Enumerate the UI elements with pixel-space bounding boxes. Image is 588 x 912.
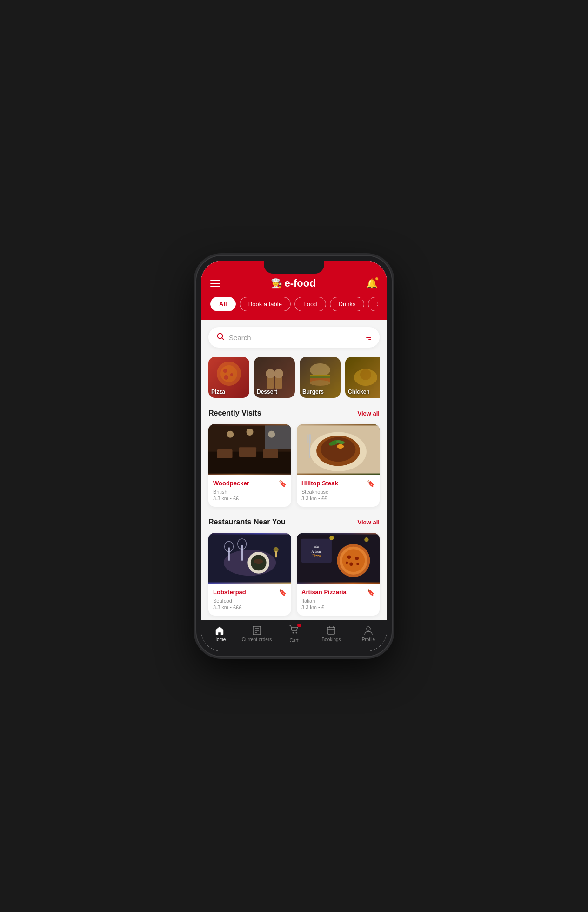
nearby-view-all[interactable]: View all [358,519,380,526]
svg-point-62 [356,563,359,565]
card-artisan-cuisine: Italian [301,598,375,604]
card-lobsterpad-info: Lobsterpad 🔖 Seafood 3.3 km • £££ [208,584,291,616]
nav-orders-label: Current orders [242,637,272,642]
svg-point-76 [367,627,370,630]
nav-home-label: Home [214,637,226,642]
svg-point-60 [355,557,359,560]
svg-point-3 [220,365,237,382]
tab-snacks[interactable]: Snacks [368,297,378,311]
svg-rect-23 [217,449,233,458]
card-lobsterpad-name: Lobsterpad [213,589,246,596]
card-hilltop[interactable]: Hilltop Steak 🔖 Steakhouse 3.3 km • ££ [297,424,380,507]
card-hilltop-name: Hilltop Steak [301,480,338,487]
bookmark-artisan-icon[interactable]: 🔖 [367,589,375,596]
card-woodpecker-info: Woodpecker 🔖 British 3.3 km • ££ [208,475,291,507]
orders-icon [252,625,262,636]
nav-home[interactable]: Home [201,625,238,642]
card-lobsterpad-cuisine: Seafood [213,598,287,604]
tab-drinks[interactable]: Drinks [330,297,365,311]
food-cat-chicken[interactable]: Chicken [345,357,380,398]
food-cat-pizza-label: Pizza [211,389,225,395]
svg-point-11 [310,363,330,376]
nav-bookings-label: Bookings [321,637,341,642]
svg-text:ntu: ntu [314,544,319,549]
filter-icon[interactable] [364,335,371,340]
svg-point-63 [346,562,348,564]
svg-rect-24 [239,447,256,457]
recently-visits-title: Recently Visits [208,409,261,417]
card-artisan-img: ntu Artisan Pizza [297,533,380,584]
food-cat-chicken-label: Chicken [348,389,370,395]
svg-rect-29 [265,425,291,449]
card-artisan-name: Artisan Pizzaria [301,589,347,596]
food-cat-pizza[interactable]: Pizza [208,357,249,398]
card-lobsterpad-meta: 3.3 km • £££ [213,604,287,610]
svg-rect-37 [307,434,308,443]
recently-visits-view-all[interactable]: View all [358,410,380,417]
food-cat-burgers[interactable]: Burgers [300,357,341,398]
phone-frame: 👨‍🍳 e-food 🔔 All Book a table Food Drink… [196,256,392,656]
svg-rect-38 [310,434,311,443]
card-hilltop-cuisine: Steakhouse [301,489,375,495]
card-artisan[interactable]: ntu Artisan Pizza [297,533,380,616]
recently-visits-header: Recently Visits View all [208,409,380,417]
search-input[interactable]: Search [229,334,359,342]
tab-food[interactable]: Food [294,297,326,311]
tab-book-table[interactable]: Book a table [240,297,291,311]
svg-rect-36 [309,434,310,458]
svg-rect-50 [275,551,277,557]
nav-orders[interactable]: Current orders [238,625,275,642]
svg-point-70 [293,632,294,634]
nav-bookings[interactable]: Bookings [313,625,350,642]
svg-point-48 [254,559,263,564]
recently-visits-grid: Woodpecker 🔖 British 3.3 km • ££ [208,424,380,507]
svg-point-26 [227,431,234,438]
card-woodpecker[interactable]: Woodpecker 🔖 British 3.3 km • ££ [208,424,291,507]
card-lobsterpad[interactable]: Lobsterpad 🔖 Seafood 3.3 km • £££ [208,533,291,616]
phone-screen: 👨‍🍳 e-food 🔔 All Book a table Food Drink… [201,261,387,651]
hamburger-menu-icon[interactable] [210,280,220,287]
nearby-title: Restaurants Near You [208,518,286,526]
svg-point-4 [223,369,227,373]
profile-icon [363,625,374,636]
bottom-nav: Home Current orders [201,620,387,651]
cart-wrap [289,624,299,637]
nearby-grid: Lobsterpad 🔖 Seafood 3.3 km • £££ [208,533,380,616]
card-hilltop-meta: 3.3 km • ££ [301,496,375,501]
nav-profile[interactable]: Profile [350,625,387,642]
food-cat-dessert-label: Dessert [257,389,277,395]
svg-point-27 [247,429,254,436]
notch [264,261,324,274]
food-category-list: Pizza Dessert [208,357,380,398]
card-woodpecker-meta: 3.3 km • ££ [213,496,287,501]
svg-point-59 [347,555,351,558]
food-cat-dessert[interactable]: Dessert [254,357,295,398]
svg-point-15 [310,380,330,386]
svg-text:Pizza: Pizza [312,553,321,558]
nav-cart[interactable]: Cart [275,624,313,643]
header-top: 👨‍🍳 e-food 🔔 [210,277,378,289]
food-cat-burgers-label: Burgers [302,389,324,395]
category-tabs: All Book a table Food Drinks Snacks [210,297,378,312]
svg-point-64 [329,536,334,540]
svg-point-65 [364,537,368,542]
bookmark-lobsterpad-icon[interactable]: 🔖 [279,589,287,596]
bookings-icon [326,625,336,636]
search-icon [217,333,224,342]
card-artisan-meta: 3.3 km • £ [301,604,375,610]
svg-point-71 [296,632,297,634]
search-bar[interactable]: Search [208,327,380,348]
tab-all[interactable]: All [210,297,236,311]
bookmark-hilltop-icon[interactable]: 🔖 [367,480,375,487]
svg-point-61 [349,562,353,565]
notification-bell-wrapper[interactable]: 🔔 [366,278,378,289]
chef-hat-icon: 👨‍🍳 [271,278,282,289]
svg-rect-44 [241,545,243,561]
app-name: e-food [284,277,315,289]
svg-point-6 [224,375,228,380]
nav-cart-label: Cart [290,638,299,643]
app-logo: 👨‍🍳 e-food [271,277,315,289]
bookmark-woodpecker-icon[interactable]: 🔖 [279,480,287,487]
svg-line-1 [222,338,224,340]
card-woodpecker-cuisine: British [213,489,287,495]
